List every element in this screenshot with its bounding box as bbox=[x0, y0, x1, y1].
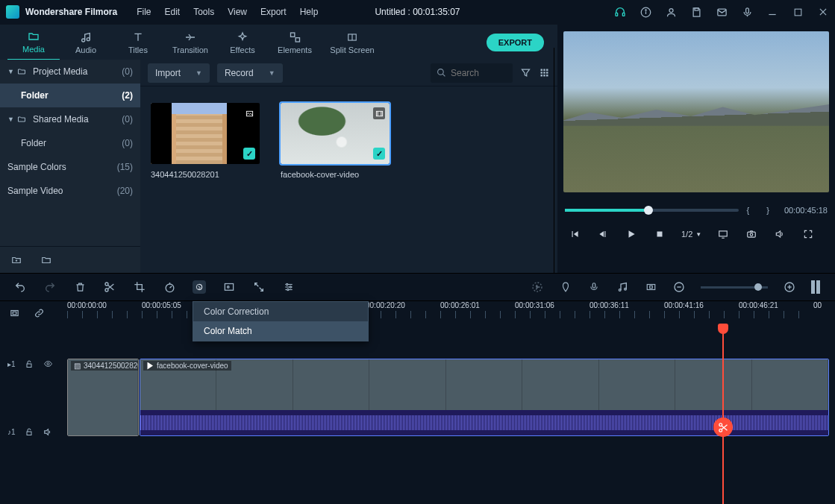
filter-icon[interactable] bbox=[520, 67, 531, 78]
preview-controls: 1/2▼ bbox=[557, 222, 835, 246]
open-folder-icon[interactable] bbox=[40, 255, 52, 265]
svg-point-52 bbox=[619, 289, 621, 292]
chevron-down-icon: ▼ bbox=[196, 69, 202, 77]
preview-viewport[interactable] bbox=[563, 31, 829, 192]
sidebar-count: (2) bbox=[122, 90, 133, 101]
marker-brackets[interactable]: { } bbox=[746, 206, 776, 215]
svg-rect-16 bbox=[295, 37, 299, 41]
stop-icon[interactable] bbox=[653, 227, 666, 241]
media-thumb-2[interactable]: ✓ facebook-cover-video bbox=[281, 103, 393, 179]
link-icon[interactable] bbox=[34, 308, 45, 318]
tab-split-screen[interactable]: Split Screen bbox=[321, 25, 384, 60]
menu-edit[interactable]: Edit bbox=[164, 7, 180, 17]
redo-icon[interactable] bbox=[43, 280, 57, 294]
mic-icon[interactable] bbox=[741, 6, 753, 18]
maximize-icon[interactable] bbox=[792, 6, 804, 18]
minimize-icon[interactable] bbox=[766, 6, 778, 18]
snapshot-icon[interactable] bbox=[745, 227, 758, 241]
svg-point-49 bbox=[287, 289, 289, 290]
export-button[interactable]: EXPORT bbox=[487, 34, 544, 51]
play-icon bbox=[146, 362, 154, 370]
menu-view[interactable]: View bbox=[228, 7, 247, 17]
track-label: ♪1 bbox=[7, 428, 16, 436]
lock-icon[interactable] bbox=[25, 359, 34, 369]
motion-icon[interactable] bbox=[252, 280, 266, 294]
video-track-content[interactable]: ▧340441250028201 facebook-cover-video bbox=[67, 325, 835, 403]
split-icon[interactable] bbox=[103, 280, 116, 294]
tab-elements[interactable]: Elements bbox=[269, 25, 321, 60]
app-logo bbox=[6, 5, 19, 19]
zoom-in-icon[interactable] bbox=[783, 280, 796, 294]
menu-color-correction[interactable]: Color Correction bbox=[193, 302, 368, 321]
import-dropdown[interactable]: Import▼ bbox=[148, 63, 210, 83]
fit-timeline-icon[interactable] bbox=[9, 308, 20, 318]
svg-rect-54 bbox=[647, 285, 655, 290]
marker-icon[interactable] bbox=[559, 280, 572, 294]
fullscreen-icon[interactable] bbox=[801, 227, 815, 241]
seek-slider[interactable] bbox=[565, 209, 739, 212]
menu-help[interactable]: Help bbox=[300, 7, 319, 17]
speaker-icon[interactable] bbox=[43, 427, 53, 437]
new-folder-icon[interactable] bbox=[10, 255, 22, 265]
color-icon[interactable] bbox=[193, 280, 206, 294]
mail-icon[interactable] bbox=[716, 6, 728, 18]
sidebar-item-project-media[interactable]: ▼ Project Media (0) bbox=[0, 60, 140, 84]
record-dropdown[interactable]: Record▼ bbox=[217, 63, 283, 83]
crop-icon[interactable] bbox=[133, 280, 146, 294]
timeline-view-icon[interactable] bbox=[811, 280, 822, 294]
delete-icon[interactable] bbox=[73, 280, 87, 294]
timeline-clip-1[interactable]: ▧340441250028201 bbox=[67, 359, 139, 436]
grid-view-icon[interactable] bbox=[539, 67, 550, 78]
speed-icon[interactable] bbox=[163, 280, 176, 294]
quality-icon[interactable] bbox=[716, 227, 730, 241]
menu-tools[interactable]: Tools bbox=[193, 7, 214, 17]
tab-titles[interactable]: Titles bbox=[112, 25, 164, 60]
eye-icon[interactable] bbox=[43, 359, 54, 368]
play-icon[interactable] bbox=[625, 227, 638, 241]
media-thumb-1[interactable]: ✓ 340441250028201 bbox=[151, 103, 263, 179]
sidebar-item-sample-colors[interactable]: Sample Colors (15) bbox=[0, 155, 140, 179]
green-screen-icon[interactable] bbox=[222, 280, 236, 294]
tab-effects[interactable]: Effects bbox=[216, 25, 269, 60]
zoom-slider[interactable] bbox=[701, 286, 768, 289]
sidebar-item-shared-media[interactable]: ▼ Shared Media (0) bbox=[0, 107, 140, 131]
timeline-ruler[interactable]: 00:00:00:00 00:00:05:05 00:00:10:10 00:0… bbox=[0, 301, 835, 325]
step-back-icon[interactable] bbox=[596, 227, 610, 241]
undo-icon[interactable] bbox=[13, 280, 27, 294]
prev-frame-icon[interactable] bbox=[568, 227, 581, 241]
menu-color-match[interactable]: Color Match bbox=[193, 321, 368, 341]
preview-scale[interactable]: 1/2▼ bbox=[681, 230, 701, 239]
sidebar-item-folder[interactable]: Folder (2) bbox=[0, 84, 140, 107]
voiceover-icon[interactable] bbox=[587, 280, 601, 294]
titlebar-right bbox=[614, 6, 829, 18]
user-icon[interactable] bbox=[665, 6, 677, 18]
thumb-name: facebook-cover-video bbox=[281, 170, 393, 179]
search-field[interactable] bbox=[451, 68, 503, 78]
volume-icon[interactable] bbox=[773, 227, 786, 241]
sidebar-item-sample-video[interactable]: Sample Video (20) bbox=[0, 179, 140, 203]
audio-mixer-icon[interactable] bbox=[616, 280, 629, 294]
search-input[interactable] bbox=[431, 63, 513, 83]
svg-rect-27 bbox=[541, 75, 543, 77]
svg-rect-23 bbox=[546, 69, 548, 72]
check-icon[interactable]: ✓ bbox=[243, 148, 255, 160]
menu-file[interactable]: File bbox=[137, 7, 151, 17]
render-icon[interactable] bbox=[531, 280, 544, 294]
headset-icon[interactable] bbox=[614, 6, 626, 18]
zoom-out-icon[interactable] bbox=[672, 280, 686, 294]
close-icon[interactable] bbox=[817, 6, 829, 18]
tab-media[interactable]: Media bbox=[7, 25, 60, 60]
keyframe-icon[interactable] bbox=[644, 280, 657, 294]
tab-audio[interactable]: Audio bbox=[60, 25, 112, 60]
menu-export[interactable]: Export bbox=[260, 7, 287, 17]
check-icon[interactable]: ✓ bbox=[373, 148, 385, 160]
playhead[interactable] bbox=[722, 325, 724, 504]
media-toolbar: Import▼ Record▼ bbox=[140, 60, 557, 86]
tab-transition[interactable]: Transition bbox=[164, 25, 216, 60]
save-icon[interactable] bbox=[690, 6, 702, 18]
adjust-icon[interactable] bbox=[282, 280, 295, 294]
info-icon[interactable] bbox=[639, 6, 651, 18]
lock-icon[interactable] bbox=[25, 427, 34, 437]
scissors-icon[interactable] bbox=[713, 418, 733, 437]
sidebar-item-folder-2[interactable]: Folder (0) bbox=[0, 131, 140, 155]
